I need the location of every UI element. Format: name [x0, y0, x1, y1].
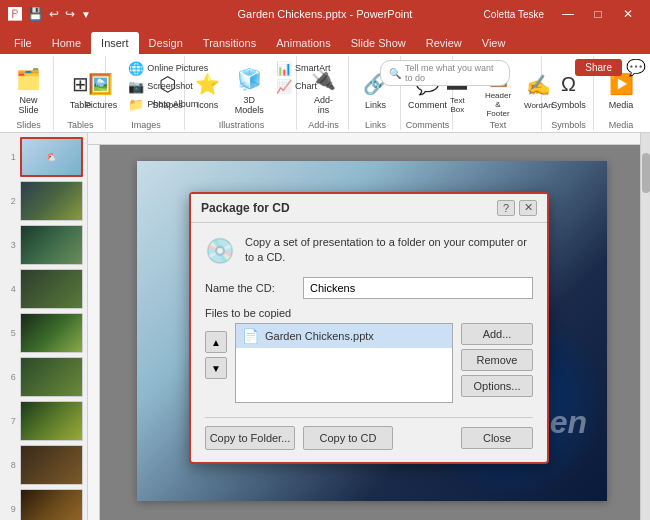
vertical-scrollbar[interactable]	[640, 133, 650, 520]
title-bar-left: 🅿 💾 ↩ ↪ ▼	[8, 6, 91, 22]
ribbon: File Home Insert Design Transitions Anim…	[0, 28, 650, 133]
slide-4-thumbnail[interactable]	[20, 269, 83, 309]
arrow-up-button[interactable]: ▲	[205, 331, 227, 353]
slide-9-number: 9	[4, 504, 16, 514]
tab-view[interactable]: View	[472, 32, 516, 54]
slide-3-number: 3	[4, 240, 16, 250]
dialog-info-text: Copy a set of presentation to a folder o…	[245, 235, 533, 266]
slide-8-thumbnail[interactable]	[20, 445, 83, 485]
file-action-buttons: Add... Remove Options...	[461, 323, 533, 397]
slide-7[interactable]: 7	[4, 401, 83, 441]
tab-animations[interactable]: Animations	[266, 32, 340, 54]
user-name: Coletta Teske	[484, 9, 544, 20]
tab-slideshow[interactable]: Slide Show	[341, 32, 416, 54]
tab-transitions[interactable]: Transitions	[193, 32, 266, 54]
slide-4[interactable]: 4	[4, 269, 83, 309]
tell-me-bar[interactable]: 🔍 Tell me what you want to do	[380, 60, 510, 86]
slide-6[interactable]: 6	[4, 357, 83, 397]
copy-to-cd-button[interactable]: Copy to CD	[303, 426, 393, 450]
comments-icon[interactable]: 💬	[626, 58, 646, 77]
tab-file[interactable]: File	[4, 32, 42, 54]
tab-insert[interactable]: Insert	[91, 32, 139, 54]
smartart-icon: 📊	[276, 60, 292, 76]
files-label: Files to be copied	[205, 307, 533, 319]
pictures-icon: 🖼️	[87, 70, 115, 98]
slide-5-thumbnail[interactable]	[20, 313, 83, 353]
dialog-titlebar: Package for CD ? ✕	[191, 194, 547, 223]
ribbon-tab-bar: File Home Insert Design Transitions Anim…	[0, 28, 650, 54]
shapes-button[interactable]: ⬡ Shapes	[149, 60, 185, 120]
copy-to-folder-button[interactable]: Copy to Folder...	[205, 426, 295, 450]
search-icon: 🔍	[389, 68, 401, 79]
slide-5-number: 5	[4, 328, 16, 338]
app-icon: 🅿	[8, 6, 22, 22]
media-group-label: Media	[609, 120, 634, 130]
quick-access-more[interactable]: ▼	[81, 9, 91, 20]
canvas-area: en Package for CD ? ✕ 💿	[88, 133, 650, 520]
title-bar: 🅿 💾 ↩ ↪ ▼ Garden Chickens.pptx - PowerPo…	[0, 0, 650, 28]
icons-icon: ⭐	[193, 70, 221, 98]
tab-home[interactable]: Home	[42, 32, 91, 54]
main-layout: 1 🐔 2 3 4 5 6 7	[0, 133, 650, 520]
illustrations-group-label: Illustrations	[219, 120, 265, 130]
name-cd-input[interactable]	[303, 277, 533, 299]
icons-button[interactable]: ⭐ Icons	[189, 60, 225, 120]
slide-7-thumbnail[interactable]	[20, 401, 83, 441]
quick-access-save[interactable]: 💾	[28, 7, 43, 21]
addins-icon: 🔌	[310, 65, 338, 93]
tables-group-label: Tables	[67, 120, 93, 130]
slide-9-thumbnail[interactable]	[20, 489, 83, 520]
addins-group-label: Add-ins	[308, 120, 339, 130]
dialog-close-button[interactable]: Close	[461, 427, 533, 449]
photo-album-icon: 📁	[128, 96, 144, 112]
slide-2-thumbnail[interactable]	[20, 181, 83, 221]
addins-button[interactable]: 🔌 Add-ins	[305, 60, 342, 120]
slide-9[interactable]: 9	[4, 489, 83, 520]
dialog-help-button[interactable]: ?	[497, 200, 515, 216]
close-button[interactable]: ✕	[614, 4, 642, 24]
scrollbar-thumb[interactable]	[642, 153, 650, 193]
slide-1-thumbnail[interactable]: 🐔	[20, 137, 83, 177]
slide-5[interactable]: 5	[4, 313, 83, 353]
maximize-button[interactable]: □	[584, 4, 612, 24]
dialog-close-x-button[interactable]: ✕	[519, 200, 537, 216]
slide-2[interactable]: 2	[4, 181, 83, 221]
slide-panel: 1 🐔 2 3 4 5 6 7	[0, 133, 88, 520]
online-pictures-icon: 🌐	[128, 60, 144, 76]
slide-8[interactable]: 8	[4, 445, 83, 485]
quick-access-undo[interactable]: ↩	[49, 7, 59, 21]
screenshot-icon: 📷	[128, 78, 144, 94]
dialog-info-row: 💿 Copy a set of presentation to a folder…	[205, 235, 533, 266]
slide-3[interactable]: 3	[4, 225, 83, 265]
ribbon-group-addins: 🔌 Add-ins Add-ins	[299, 56, 349, 130]
slide-7-number: 7	[4, 416, 16, 426]
minimize-button[interactable]: —	[554, 4, 582, 24]
slide-3-thumbnail[interactable]	[20, 225, 83, 265]
share-button[interactable]: Share	[575, 59, 622, 76]
tab-review[interactable]: Review	[416, 32, 472, 54]
add-button[interactable]: Add...	[461, 323, 533, 345]
pictures-button[interactable]: 🖼️ Pictures	[81, 60, 122, 120]
options-button[interactable]: Options...	[461, 375, 533, 397]
dialog-info-icon: 💿	[205, 237, 235, 265]
quick-access-redo[interactable]: ↪	[65, 7, 75, 21]
slides-group-items: 🗂️ New Slide	[10, 60, 47, 120]
slide-1[interactable]: 1 🐔	[4, 137, 83, 177]
slide-4-number: 4	[4, 284, 16, 294]
3d-icon: 🧊	[235, 65, 263, 93]
new-slide-button[interactable]: 🗂️ New Slide	[10, 60, 47, 120]
slide-6-number: 6	[4, 372, 16, 382]
images-group-label: Images	[131, 120, 161, 130]
tab-design[interactable]: Design	[139, 32, 193, 54]
comments-group-label: Comments	[406, 120, 450, 130]
slide-1-content: 🐔	[22, 139, 81, 175]
slide-6-thumbnail[interactable]	[20, 357, 83, 397]
ribbon-group-slides: 🗂️ New Slide Slides	[4, 56, 54, 130]
3d-models-button[interactable]: 🧊 3D Models	[229, 60, 269, 120]
remove-button[interactable]: Remove	[461, 349, 533, 371]
file-item-chickens[interactable]: 📄 Garden Chickens.pptx	[236, 324, 452, 348]
arrow-down-button[interactable]: ▼	[205, 357, 227, 379]
file-list[interactable]: 📄 Garden Chickens.pptx	[235, 323, 453, 403]
shapes-icon: ⬡	[153, 70, 181, 98]
arrow-buttons: ▲ ▼	[205, 331, 227, 379]
